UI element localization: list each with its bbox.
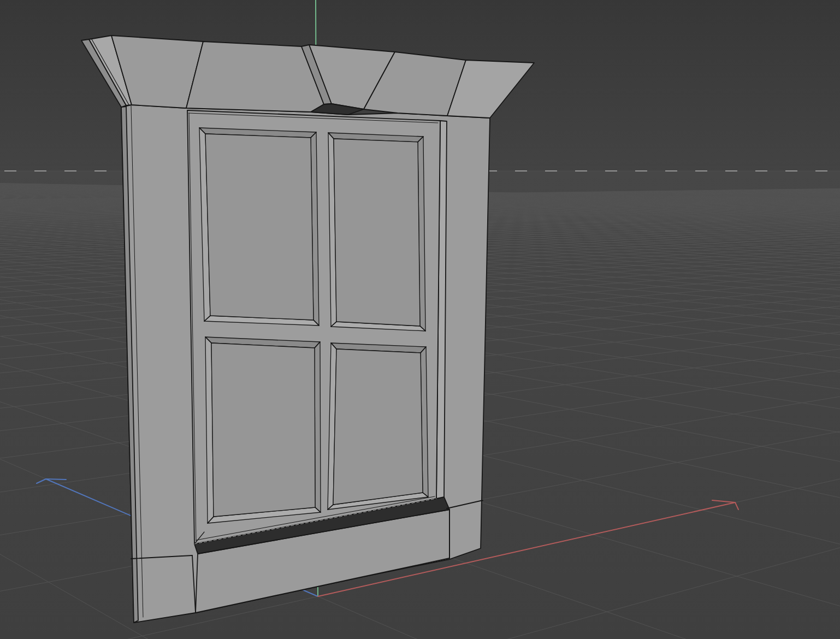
viewport-3d[interactable] bbox=[0, 0, 840, 639]
pane-panel bbox=[205, 134, 313, 320]
pane-panel bbox=[334, 139, 420, 326]
pane-panel bbox=[333, 349, 423, 505]
pane-upper-right bbox=[328, 133, 425, 331]
pane-lower-right bbox=[328, 343, 428, 510]
window-frame-model[interactable] bbox=[81, 36, 534, 623]
pane-upper-left bbox=[199, 128, 319, 326]
pane-lower-left bbox=[205, 337, 321, 523]
pane-panel bbox=[211, 343, 315, 517]
viewport-canvas[interactable] bbox=[0, 0, 840, 639]
pane-bevel bbox=[315, 342, 321, 512]
